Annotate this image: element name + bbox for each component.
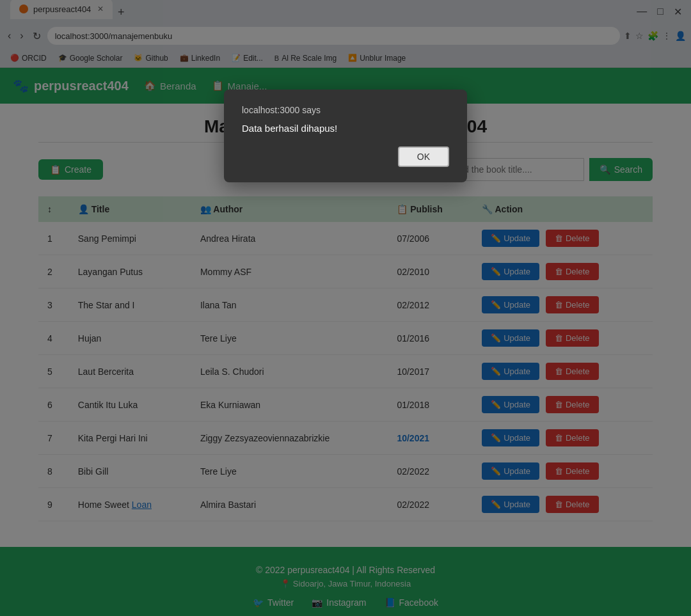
dialog-footer: OK: [242, 146, 449, 167]
dialog-box: localhost:3000 says Data berhasil dihapu…: [224, 90, 467, 182]
dialog-ok-button[interactable]: OK: [398, 146, 449, 167]
dialog-message: Data berhasil dihapus!: [242, 123, 449, 134]
dialog-title: localhost:3000 says: [242, 105, 449, 115]
dialog-overlay: localhost:3000 says Data berhasil dihapu…: [0, 0, 691, 616]
